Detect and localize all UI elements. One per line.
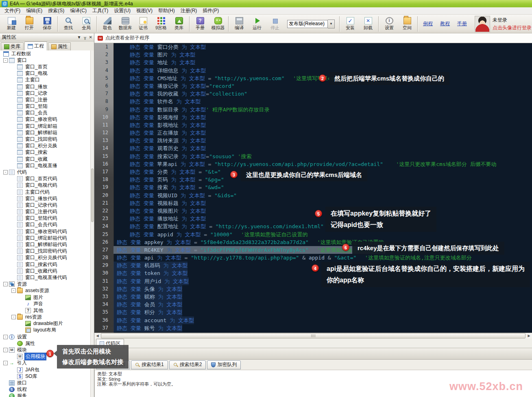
tab-加密队列[interactable]: 加密队列 <box>207 360 241 369</box>
panel-tab-属性[interactable]: 属性 <box>48 42 71 50</box>
tree-item-属性[interactable]: 属性 <box>0 340 90 347</box>
toolbar-link-手册[interactable]: 手册 <box>457 20 467 27</box>
tree-item-窗口_电视直播代码[interactable]: 窗口_电视直播代码 <box>0 274 90 281</box>
tree-item-公用模块[interactable]: 公用模块 <box>0 353 90 360</box>
expand-collapse-icon[interactable]: - <box>11 288 16 293</box>
expand-collapse-icon[interactable]: - <box>3 335 8 339</box>
tree-item-窗口_找回密码[interactable]: 窗口_找回密码 <box>0 136 90 142</box>
tree-item-窗口_修改密码代码[interactable]: 窗口_修改密码代码 <box>0 228 90 235</box>
tree-item-资源[interactable]: -资源 <box>0 281 90 288</box>
toolbar-button-新建[interactable]: 新建 <box>2 15 20 33</box>
code-line[interactable]: 1静态 变量 窗口分类 为 文本型 <box>94 43 532 51</box>
code-line[interactable]: 6静态 变量 播放记录 为 文本型="record" <box>94 82 532 90</box>
tree-item-线程[interactable]: 线程 <box>0 386 90 393</box>
panel-dropdown-icon[interactable]: ▼ <box>77 35 81 39</box>
tree-item-窗口_修改密码[interactable]: 窗口_修改密码 <box>0 116 90 123</box>
build-config-select[interactable]: 发布版(Release)▼ <box>287 20 335 28</box>
code-line[interactable]: 35静态 变量 积分 为 文本型 <box>94 308 532 316</box>
expand-collapse-icon[interactable]: - <box>3 348 8 352</box>
tree-item-声音[interactable]: 声音 <box>0 301 90 307</box>
menu-插件(P)[interactable]: 插件(P) <box>200 7 222 15</box>
code-line[interactable]: 17静态 变量 分类 为 文本型 = "&t=" <box>94 168 532 176</box>
horizontal-scrollbar[interactable]: ◀ ▶ <box>94 333 532 338</box>
login-hint-text[interactable]: 点击头像进行登录 <box>493 24 532 31</box>
toolbar-button-证书[interactable]: 证书 <box>134 15 152 33</box>
avatar[interactable] <box>475 16 490 32</box>
code-line[interactable]: 12静态 变量 正在播放 为 文本型 <box>94 129 532 137</box>
chevron-down-icon[interactable]: ▼ <box>328 20 335 28</box>
panel-tab-工程[interactable]: 工程 <box>24 41 47 50</box>
code-line[interactable]: 26静态 变量 appkey 为 文本型 = "5f8e4e7da5a23d83… <box>94 238 532 246</box>
subroutine-link-bar[interactable]: 点此查看全部子程序 <box>94 33 532 43</box>
toolbar-button-手册[interactable]: 手册 <box>191 15 209 33</box>
toolbar-button-安装[interactable]: 安装 <box>341 15 359 33</box>
tree-item-窗口_搜索代码[interactable]: 窗口_搜索代码 <box>0 261 90 268</box>
tab-输出内容[interactable]: 输出内容 <box>96 360 130 369</box>
toolbar-button-设置[interactable]: 设置 <box>380 15 398 33</box>
code-line[interactable]: 7静态 变量 我的收藏 为 文本型="collection" <box>94 90 532 98</box>
code-line[interactable]: 3静态 变量 地址 为 文本型 <box>94 59 532 66</box>
tree-item-窗口_播放[interactable]: 窗口_播放 <box>0 83 90 90</box>
tree-item-窗口_会员代码[interactable]: 窗口_会员代码 <box>0 222 90 228</box>
code-line[interactable]: 28静态 变量 api 为 文本型 = "http://yz.y1778.top… <box>94 254 532 262</box>
code-line[interactable]: 23静态 变量 播放地址 为 文本型 <box>94 215 532 222</box>
tree-item-工程数据[interactable]: 工程数据 <box>0 50 90 57</box>
menu-文件(F)[interactable]: 文件(F) <box>2 7 23 15</box>
code-line[interactable]: 32静态 变量 头像 为 文本型 <box>94 285 532 293</box>
tree-scrollbar-thumb[interactable] <box>91 168 94 222</box>
tree-item-窗口_播放代码[interactable]: 窗口_播放代码 <box>0 195 90 202</box>
scroll-right-arrow-icon[interactable]: ▶ <box>526 333 532 338</box>
tree-item-assets资源[interactable]: -assets资源 <box>0 288 90 294</box>
expand-collapse-icon[interactable]: - <box>11 315 16 319</box>
code-line[interactable]: 2静态 变量 图片 为 文本型 <box>94 51 532 59</box>
menu-帮助(H)[interactable]: 帮助(H) <box>155 7 178 15</box>
code-line[interactable]: 31静态 变量 用户id 为 文本型 <box>94 277 532 285</box>
tree-item-窗口_登陆[interactable]: 窗口_登陆 <box>0 103 90 110</box>
toolbar-button-9宫格[interactable]: 9宫格 <box>152 15 170 33</box>
expand-collapse-icon[interactable]: - <box>3 170 8 175</box>
code-line[interactable]: 9静态 变量 数据目录 为 文本型' 程序APP数据的存放目录 <box>94 106 532 113</box>
panel-close-icon[interactable]: ✕ <box>89 35 92 39</box>
panel-tab-类库[interactable]: 类库 <box>1 42 24 50</box>
toolbar-button-空间[interactable]: 空间 <box>398 15 416 33</box>
pane-splitter[interactable] <box>94 348 532 360</box>
panel-pin-icon[interactable]: ╥ <box>84 35 87 39</box>
tree-item-窗口_电视[interactable]: 窗口_电视 <box>0 70 90 77</box>
code-editor[interactable]: 1静态 变量 窗口分类 为 文本型2静态 变量 图片 为 文本型3静态 变量 地… <box>94 43 532 333</box>
tree-item-窗口_找回密码代码[interactable]: 窗口_找回密码代码 <box>0 248 90 255</box>
code-line[interactable]: 36静态 变量 account 为 文本型 <box>94 316 532 324</box>
tree-item-SO库[interactable]: SO库 <box>0 373 90 380</box>
tree-item-模块[interactable]: -模块 <box>0 347 90 353</box>
tree-item-设置[interactable]: -设置 <box>0 334 90 340</box>
code-line[interactable]: 25静态 变量 appid 为 文本型 = "10000" '这里填如意验证自己… <box>94 231 532 238</box>
menu-搜索(S)[interactable]: 搜索(S) <box>45 7 67 15</box>
code-line[interactable]: 14静态 变量 观看历史 为 文本型 <box>94 144 532 152</box>
tree-item-窗口_记录[interactable]: 窗口_记录 <box>0 90 90 96</box>
menu-视图(V)[interactable]: 视图(V) <box>133 7 155 15</box>
tree-item-服务[interactable]: 服务 <box>0 393 90 397</box>
tree-item-窗口_首页代码[interactable]: 窗口_首页代码 <box>0 176 90 182</box>
tree-item-窗口_电视代码[interactable]: 窗口_电视代码 <box>0 182 90 189</box>
tree-item-窗口_绑定邮箱代码[interactable]: 窗口_绑定邮箱代码 <box>0 235 90 241</box>
menu-编辑(E)[interactable]: 编辑(E) <box>23 7 45 15</box>
tree-item-图片[interactable]: 图片 <box>0 294 90 301</box>
code-line[interactable]: 16静态 变量 苹果api 为 文本型 = "http://ys.yuenos.… <box>94 160 532 168</box>
scroll-left-arrow-icon[interactable]: ◀ <box>94 333 100 338</box>
code-line[interactable]: 21静态 变量 视频标题 为 文本型 <box>94 199 532 207</box>
code-line[interactable]: 22静态 变量 视频图片 为 文本型 <box>94 207 532 215</box>
toolbar-button-取色[interactable]: 取色 <box>98 15 116 33</box>
tree-scrollbar[interactable] <box>90 50 94 397</box>
toolbar-button-数据库[interactable]: 数据库 <box>116 15 134 33</box>
tree-item-窗口_收藏[interactable]: 窗口_收藏 <box>0 156 90 162</box>
code-line[interactable]: 5静态 变量 CMS地址 为 文本型 = "http://ys.yuenos.c… <box>94 74 532 82</box>
tree-item-res资源[interactable]: -res资源 <box>0 314 90 321</box>
code-line[interactable]: 11静态 变量 影视地址 为 文本型 <box>94 121 532 129</box>
tree-item-其他[interactable]: 其他 <box>0 307 90 314</box>
tree-item-窗口_解绑邮箱[interactable]: 窗口_解绑邮箱 <box>0 129 90 136</box>
tab-搜索结果2[interactable]: 搜索结果2 <box>169 360 206 369</box>
toolbar-button-运行[interactable]: 运行 <box>248 15 266 33</box>
code-line[interactable]: 27静态 变量 RC4KEY 为 文本型 = "if3dcPfPRFpf6FWH… <box>94 246 532 254</box>
tree-item-drawable图片[interactable]: drawable图片 <box>0 321 90 327</box>
tree-item-窗口_注册[interactable]: 窗口_注册 <box>0 96 90 103</box>
toolbar-button-卸载[interactable]: 卸载 <box>359 15 377 33</box>
